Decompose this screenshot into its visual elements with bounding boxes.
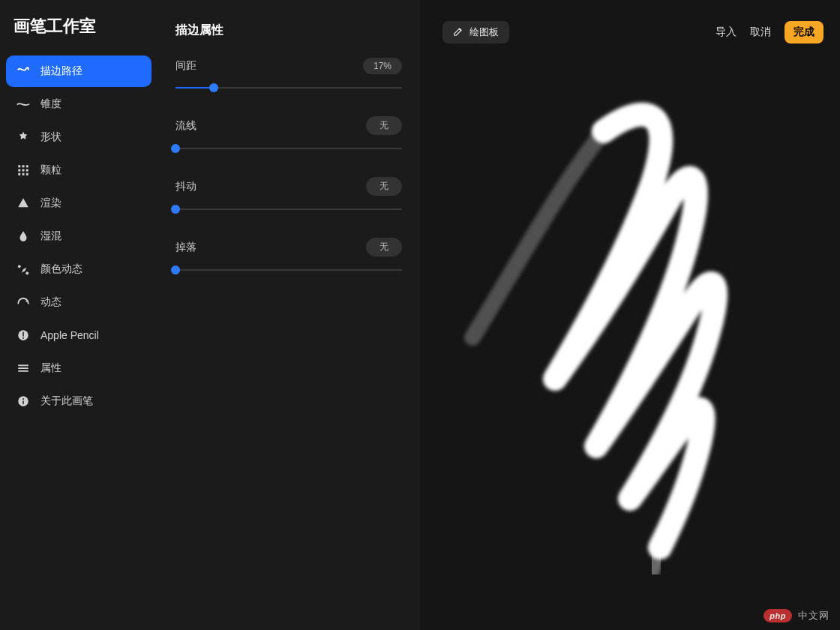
shape-icon — [16, 130, 30, 144]
sidebar-item-label: 动态 — [40, 296, 62, 309]
path-icon — [16, 64, 30, 78]
svg-rect-18 — [22, 400, 24, 404]
sidebar-item-render[interactable]: 渲染 — [6, 188, 152, 219]
sidebar-item-label: 形状 — [40, 130, 62, 144]
prop-label: 抖动 — [176, 180, 196, 194]
svg-rect-0 — [18, 165, 20, 167]
sidebar-item-shape[interactable]: 形状 — [6, 122, 152, 153]
about-icon — [16, 394, 30, 408]
dynamics-icon — [16, 296, 30, 309]
prop-value: 无 — [366, 177, 402, 196]
sidebar-item-grain[interactable]: 颗粒 — [6, 154, 152, 186]
sidebar-item-label: 关于此画笔 — [40, 394, 93, 408]
slider-falloff[interactable] — [176, 264, 402, 276]
prop-label: 掉落 — [176, 241, 196, 254]
sidebar-item-label: 颗粒 — [40, 164, 62, 177]
prop-value: 17% — [363, 58, 402, 74]
prop-label: 间距 — [176, 59, 196, 73]
sidebar-item-label: 锥度 — [40, 98, 62, 111]
brush-preview-canvas[interactable] — [420, 0, 840, 630]
sidebar-item-stroke-path[interactable]: 描边路径 — [6, 56, 152, 87]
wetmix-icon — [16, 230, 30, 243]
sidebar-item-label: 属性 — [40, 362, 62, 375]
slider-jitter[interactable] — [176, 203, 402, 215]
svg-point-9 — [26, 300, 27, 302]
prop-label: 流线 — [176, 119, 196, 133]
svg-rect-5 — [26, 170, 28, 172]
colordyn-icon — [16, 262, 30, 276]
prop-value: 无 — [366, 116, 402, 135]
svg-rect-2 — [26, 165, 28, 167]
sidebar-item-properties[interactable]: 属性 — [6, 352, 152, 384]
sidebar-item-dynamics[interactable]: 动态 — [6, 286, 152, 318]
prop-streamline: 流线 无 — [176, 116, 402, 154]
slider-streamline[interactable] — [176, 142, 402, 154]
watermark-text: 中文网 — [798, 609, 830, 622]
sidebar-item-taper[interactable]: 锥度 — [6, 88, 152, 120]
taper-icon — [16, 98, 30, 111]
prop-jitter: 抖动 无 — [176, 177, 402, 215]
watermark-badge: php — [764, 609, 792, 622]
svg-point-12 — [22, 338, 24, 339]
svg-rect-7 — [22, 173, 25, 176]
prop-falloff: 掉落 无 — [176, 238, 402, 276]
svg-rect-8 — [26, 173, 28, 176]
sidebar-item-label: 渲染 — [40, 196, 62, 210]
svg-rect-11 — [22, 332, 24, 337]
svg-rect-6 — [18, 173, 20, 176]
svg-rect-1 — [22, 165, 25, 167]
properties-icon — [16, 362, 30, 375]
prop-spacing: 间距 17% — [176, 58, 402, 94]
svg-point-17 — [22, 398, 24, 400]
brush-stroke-preview — [420, 0, 840, 630]
sidebar-item-color-dynamics[interactable]: 颜色动态 — [6, 254, 152, 285]
grain-icon — [16, 164, 30, 177]
sidebar-item-about[interactable]: 关于此画笔 — [6, 386, 152, 417]
settings-panel: 描边属性 间距 17% 流线 无 抖动 无 — [158, 0, 420, 630]
sidebar-list: 描边路径 锥度 形状 颗粒 — [0, 56, 158, 417]
settings-title: 描边属性 — [176, 22, 402, 38]
prop-value: 无 — [366, 238, 402, 256]
svg-rect-4 — [22, 170, 25, 172]
pencil-icon — [16, 328, 30, 342]
sidebar-item-wetmix[interactable]: 湿混 — [6, 220, 152, 252]
watermark: php 中文网 — [764, 609, 830, 622]
preview-panel: 绘图板 导入 取消 完成 php 中文网 — [420, 0, 840, 630]
slider-spacing[interactable] — [176, 82, 402, 94]
sidebar-item-label: 颜色动态 — [40, 262, 82, 276]
render-icon — [16, 196, 30, 210]
sidebar-item-label: 描边路径 — [40, 64, 82, 78]
svg-rect-3 — [18, 170, 20, 172]
sidebar: 画笔工作室 描边路径 锥度 形状 — [0, 0, 158, 630]
app-title: 画笔工作室 — [0, 15, 158, 56]
sidebar-item-apple-pencil[interactable]: Apple Pencil — [6, 320, 152, 351]
sidebar-item-label: 湿混 — [40, 230, 62, 243]
sidebar-item-label: Apple Pencil — [40, 329, 99, 341]
